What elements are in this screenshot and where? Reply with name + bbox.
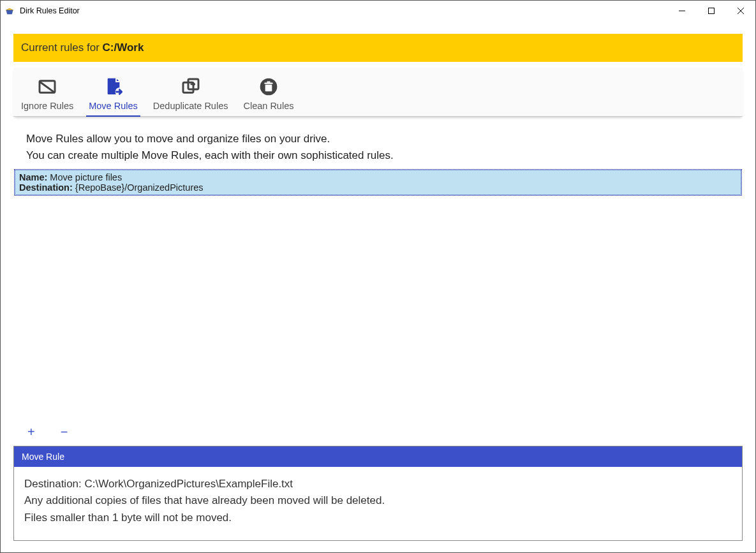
- ignore-icon: [37, 77, 57, 97]
- add-rule-button[interactable]: +: [27, 425, 35, 438]
- maximize-button[interactable]: [697, 1, 726, 21]
- titlebar: Dirk Rules Editor: [1, 1, 755, 21]
- description-section: Move Rules allow you to move and organiz…: [13, 117, 743, 170]
- deduplicate-icon: [181, 77, 201, 97]
- tab-deduplicate-rules[interactable]: Deduplicate Rules: [145, 77, 236, 116]
- detail-line3: Files smaller than 1 byte will not be mo…: [24, 510, 732, 526]
- rule-dest-label: Destination:: [19, 182, 73, 193]
- detail-panel: Move Rule Destination: C:\Work\Organized…: [13, 446, 743, 541]
- tab-label: Clean Rules: [243, 101, 293, 111]
- svg-line-5: [40, 82, 55, 92]
- tab-label: Deduplicate Rules: [153, 101, 228, 111]
- description-line2: You can create multiple Move Rules, each…: [26, 147, 730, 164]
- rule-name-value: Move picture files: [50, 172, 122, 182]
- rule-item-name: Name: Move picture files: [19, 172, 737, 182]
- svg-rect-10: [265, 85, 272, 92]
- rules-header: Current rules for C:/Work: [13, 34, 743, 62]
- rule-item-destination: Destination: {RepoBase}/OrganizedPicture…: [19, 182, 737, 193]
- list-controls: + −: [13, 420, 743, 446]
- rule-item[interactable]: Name: Move picture files Destination: {R…: [15, 170, 741, 195]
- detail-body: Destination: C:\Work\OrganizedPictures\E…: [14, 467, 742, 540]
- svg-rect-1: [709, 8, 715, 14]
- app-icon: [4, 6, 15, 16]
- tab-move-rules[interactable]: Move Rules: [81, 77, 145, 116]
- clean-icon: [258, 77, 279, 97]
- description-line1: Move Rules allow you to move and organiz…: [26, 131, 730, 147]
- rule-name-label: Name:: [19, 172, 47, 182]
- svg-rect-12: [267, 82, 270, 83]
- tab-ignore-rules[interactable]: Ignore Rules: [13, 77, 81, 116]
- detail-header: Move Rule: [14, 446, 742, 467]
- rule-list: Name: Move picture files Destination: {R…: [13, 170, 743, 420]
- rules-header-path: C:/Work: [103, 41, 144, 54]
- tab-clean-rules[interactable]: Clean Rules: [235, 77, 301, 116]
- remove-rule-button[interactable]: −: [61, 425, 68, 438]
- close-button[interactable]: [726, 1, 755, 21]
- tabs-row: Ignore Rules Move Rules: [13, 68, 743, 117]
- window-controls: [667, 1, 755, 21]
- minimize-button[interactable]: [667, 1, 697, 21]
- window-title: Dirk Rules Editor: [20, 6, 667, 15]
- tab-label: Ignore Rules: [21, 101, 73, 111]
- content-area: Current rules for C:/Work Ignore Rules: [1, 21, 755, 552]
- tab-label: Move Rules: [89, 101, 138, 111]
- rule-dest-value: {RepoBase}/OrganizedPictures: [75, 182, 204, 193]
- move-icon: [103, 77, 124, 97]
- rules-header-prefix: Current rules for: [21, 41, 103, 54]
- detail-line2: Any additional copies of files that have…: [24, 492, 732, 509]
- detail-line1: Destination: C:\Work\OrganizedPictures\E…: [24, 476, 732, 492]
- svg-rect-11: [264, 83, 272, 84]
